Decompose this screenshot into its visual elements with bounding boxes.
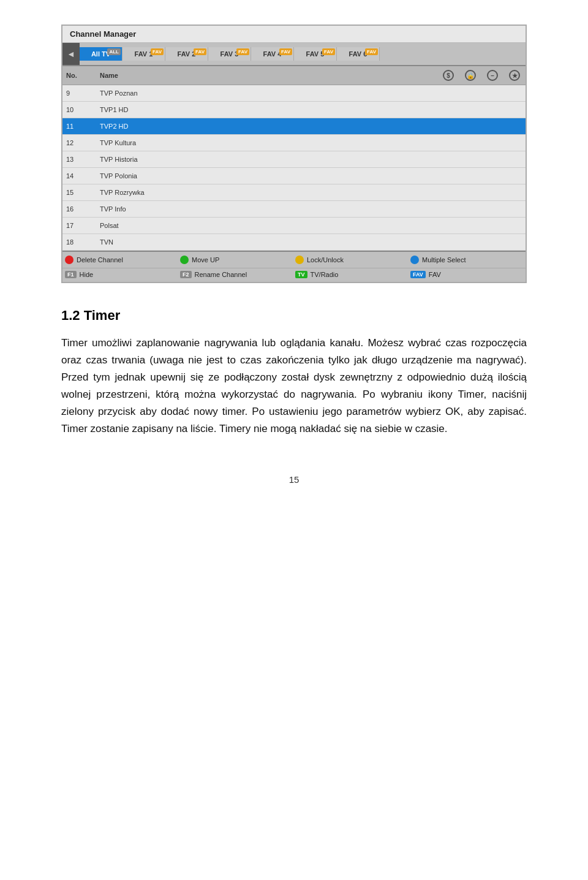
tv-radio-button[interactable]: TV TV/Radio (295, 271, 408, 278)
multiple-select-button[interactable]: Multiple Select (410, 256, 523, 264)
minus-icon: – (487, 70, 498, 81)
fav-button[interactable]: FAV FAV (410, 271, 523, 278)
cell-name: TVP Rozrywka (96, 188, 437, 197)
fav6-badge: FAV (365, 48, 378, 55)
tab-fav4[interactable]: FAV FAV 4 (251, 47, 294, 61)
rename-channel-label: Rename Channel (195, 271, 247, 278)
table-row[interactable]: 9 TVP Poznan (62, 85, 526, 102)
cell-no: 15 (62, 188, 96, 197)
delete-channel-button[interactable]: Delete Channel (65, 256, 178, 264)
section-heading: 1.2 Timer (61, 308, 527, 324)
header-no: No. (62, 69, 96, 82)
channel-manager-title: Channel Manager (62, 26, 526, 43)
delete-channel-label: Delete Channel (77, 256, 123, 264)
table-header: No. Name $ 🔒 – ★ (62, 66, 526, 85)
cell-name: Polsat (96, 221, 437, 230)
header-name: Name (96, 69, 437, 82)
table-row[interactable]: 15 TVP Rozrywka (62, 184, 526, 201)
cell-name: TVP Polonia (96, 171, 437, 181)
table-row[interactable]: 13 TVP Historia (62, 151, 526, 168)
cell-no: 18 (62, 237, 96, 247)
table-row[interactable]: 17 Polsat (62, 218, 526, 234)
table-row[interactable]: 10 TVP1 HD (62, 102, 526, 118)
table-row-selected[interactable]: 11 TVP2 HD (62, 118, 526, 135)
tab-fav2[interactable]: FAV FAV 2 (165, 47, 208, 61)
f1-tag: F1 (65, 271, 77, 278)
table-row[interactable]: 12 TVP Kultura (62, 135, 526, 151)
table-row[interactable]: 14 TVP Polonia (62, 168, 526, 184)
channel-list: 9 TVP Poznan 10 TVP1 HD 11 TVP2 HD 12 TV… (62, 85, 526, 251)
green-dot-icon (180, 256, 189, 264)
cell-no: 17 (62, 221, 96, 230)
cell-name: TVP Historia (96, 154, 437, 164)
move-up-button[interactable]: Move UP (180, 256, 293, 264)
action-buttons-row1: Delete Channel Move UP Lock/Unlock Multi… (62, 251, 526, 268)
hide-label: Hide (80, 271, 94, 278)
cell-no: 13 (62, 154, 96, 164)
fav-label: FAV (429, 271, 441, 278)
cell-no: 11 (62, 121, 96, 131)
fav-tag: FAV (410, 271, 426, 278)
fav3-badge: FAV (236, 48, 249, 55)
table-row[interactable]: 18 TVN (62, 234, 526, 251)
page-number: 15 (289, 474, 300, 485)
rename-channel-button[interactable]: F2 Rename Channel (180, 271, 293, 278)
page-number-area: 15 (49, 474, 539, 485)
tab-left-arrow[interactable]: ◄ (62, 43, 80, 65)
blue-dot-icon (410, 256, 419, 264)
cell-no: 16 (62, 204, 96, 214)
section-body-text: Timer umożliwi zaplanowanie nagrywania l… (61, 335, 527, 438)
f2-tag: F2 (180, 271, 192, 278)
cell-name: TVP1 HD (96, 105, 437, 115)
cell-name: TVN (96, 237, 437, 247)
cell-name: TVP Info (96, 204, 437, 214)
multiple-select-label: Multiple Select (422, 256, 466, 264)
tab-fav3[interactable]: FAV FAV 3 (208, 47, 251, 61)
cell-no: 9 (62, 88, 96, 98)
hide-button[interactable]: F1 Hide (65, 271, 178, 278)
tab-fav5[interactable]: FAV FAV 5 (294, 47, 337, 61)
tab-all-tv[interactable]: ALL All TV (80, 47, 123, 61)
tv-tag: TV (295, 271, 307, 278)
header-star: ★ (503, 69, 526, 82)
move-up-label: Move UP (192, 256, 219, 264)
red-dot-icon (65, 256, 74, 264)
lock-icon: 🔒 (465, 70, 476, 81)
cell-name: TVP Poznan (96, 88, 437, 98)
all-badge: ALL (107, 48, 121, 55)
table-row[interactable]: 16 TVP Info (62, 201, 526, 218)
header-minus: – (481, 69, 503, 82)
lock-unlock-label: Lock/Unlock (307, 256, 344, 264)
cell-no: 12 (62, 138, 96, 148)
fav4-badge: FAV (279, 48, 292, 55)
cell-no: 14 (62, 171, 96, 181)
lock-unlock-button[interactable]: Lock/Unlock (295, 256, 408, 264)
tv-radio-label: TV/Radio (311, 271, 339, 278)
channel-manager-tabs: ◄ ALL All TV FAV FAV 1 FAV FAV 2 FAV FAV… (62, 43, 526, 66)
fav1-badge: FAV (151, 48, 164, 55)
header-lock: 🔒 (459, 69, 481, 82)
cell-name: TVP2 HD (96, 121, 437, 131)
yellow-dot-icon (295, 256, 304, 264)
tab-fav6[interactable]: FAV FAV 6 (337, 47, 380, 61)
cell-name: TVP Kultura (96, 138, 437, 148)
tab-fav1[interactable]: FAV FAV 1 (123, 47, 165, 61)
fav5-badge: FAV (322, 48, 335, 55)
document-content: 1.2 Timer Timer umożliwi zaplanowanie na… (61, 308, 527, 438)
action-buttons-row2: F1 Hide F2 Rename Channel TV TV/Radio FA… (62, 268, 526, 282)
channel-manager-widget: Channel Manager ◄ ALL All TV FAV FAV 1 F… (61, 25, 527, 283)
header-s: $ (437, 69, 459, 82)
star-icon: ★ (509, 70, 520, 81)
fav2-badge: FAV (194, 48, 206, 55)
s-icon: $ (443, 70, 454, 81)
cell-no: 10 (62, 105, 96, 115)
